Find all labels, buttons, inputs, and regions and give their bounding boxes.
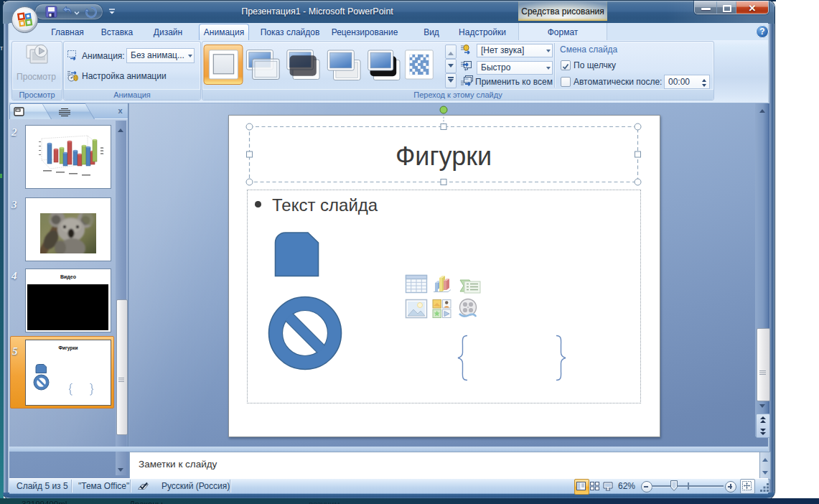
svg-text:Ряд: Ряд <box>100 147 104 149</box>
svg-text:Ряд: Ряд <box>100 150 104 152</box>
svg-text:Ряд: Ряд <box>100 153 104 155</box>
